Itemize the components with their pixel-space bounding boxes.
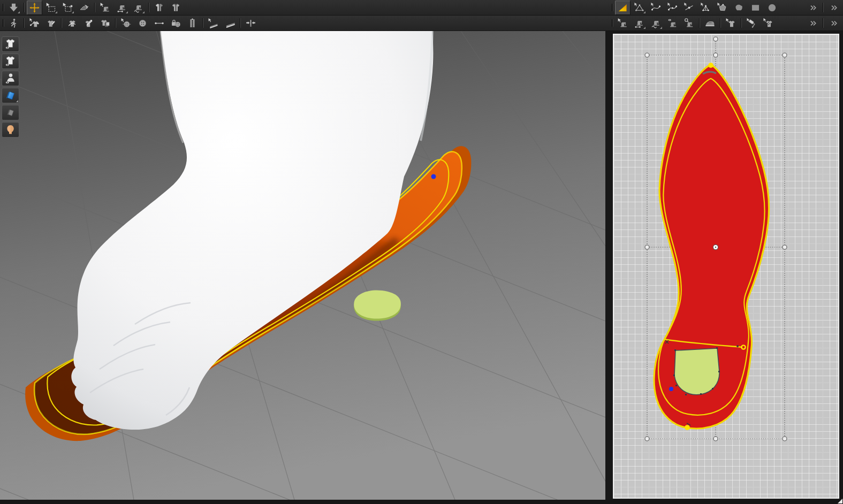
rectangle-selection-tool[interactable] [43, 1, 59, 15]
toolbar-3d-row2 [0, 16, 259, 30]
edit-dart-tool[interactable] [64, 16, 80, 30]
selected-point-top[interactable] [708, 63, 713, 68]
avatar-pose-tool[interactable] [6, 16, 21, 30]
2d-pattern-viewport[interactable] [613, 34, 839, 499]
layer-clone-tool[interactable] [97, 16, 113, 30]
toolbar-more-button[interactable] [826, 1, 841, 15]
mn-sewing-tool[interactable] [131, 1, 146, 15]
3d-viewport[interactable] [0, 31, 605, 500]
point-blue-2d[interactable] [669, 387, 673, 391]
toolbar-3d-row1 [0, 0, 184, 15]
sew-mn-icon [650, 18, 662, 29]
toolbar-grip[interactable] [611, 3, 614, 12]
circle-pattern-tool[interactable] [764, 1, 780, 15]
rectangle-pattern-tool[interactable] [748, 1, 763, 15]
toolbar-grip[interactable] [611, 18, 614, 28]
person-eye-icon [4, 72, 17, 85]
toggle-show-avatar[interactable] [2, 71, 19, 86]
select-pattern-3d-tool[interactable] [723, 16, 739, 30]
segment-sewing-tool[interactable] [97, 1, 113, 15]
rotate-handle[interactable] [713, 37, 718, 41]
print-layout-tool[interactable] [761, 16, 776, 30]
garment-pen-icon [45, 18, 57, 29]
shirt-eye-icon [4, 55, 17, 67]
chevrons-icon [807, 2, 818, 13]
trace-pattern-tool[interactable] [715, 1, 730, 15]
edit-pattern-tool[interactable] [632, 1, 647, 15]
zipper-tool[interactable] [185, 16, 200, 30]
edit-sewing-pattern-tool[interactable] [43, 16, 59, 30]
selected-point-bottom[interactable] [685, 425, 690, 430]
bbox-handle[interactable] [713, 437, 718, 441]
inspect-sewing-button[interactable] [681, 16, 697, 30]
garment-layers-icon [100, 18, 111, 29]
edit-curvature-tool[interactable] [648, 1, 664, 15]
select-move-tool[interactable] [27, 1, 42, 15]
bbox-handle[interactable] [783, 437, 787, 441]
heel-pad-pattern[interactable] [673, 347, 720, 395]
add-button-tool[interactable] [135, 16, 150, 30]
free-sewing-tool-2d[interactable] [632, 16, 647, 30]
toolbar-2d-row1 [610, 0, 843, 15]
toggle-show-garment[interactable] [2, 36, 19, 52]
fold-arrangement-button[interactable] [151, 1, 167, 15]
lock-button-icon [170, 18, 181, 29]
toggle-textured-surface[interactable] [2, 88, 19, 103]
bbox-handle[interactable] [645, 437, 649, 441]
toggle-show-garment-detail[interactable] [2, 54, 19, 69]
toolbar-overflow-button[interactable] [805, 1, 821, 15]
add-point-tool[interactable] [681, 1, 697, 15]
head-icon [4, 124, 17, 136]
toolbar-divider [22, 17, 26, 29]
add-buttonhole-tool[interactable] [151, 16, 167, 30]
bbox-handle[interactable] [783, 245, 787, 249]
fasten-buttons-tool[interactable] [168, 16, 184, 30]
show-sewing-button[interactable] [665, 16, 680, 30]
add-dart-tool[interactable] [698, 1, 713, 15]
selection-point-blue-3d[interactable] [431, 174, 436, 179]
lasso-selection-tool[interactable] [60, 1, 75, 15]
steam-iron-tool[interactable] [702, 16, 718, 30]
move-icon [29, 2, 40, 13]
transform-pattern-tool[interactable] [615, 1, 631, 15]
window-bottom-strip [0, 500, 843, 504]
toolbar-grip[interactable] [2, 3, 5, 12]
segment-sewing-tool-2d[interactable] [615, 16, 631, 30]
zipper-icon [187, 18, 198, 29]
toolbar-overflow-button-2[interactable] [805, 16, 821, 30]
transform-tri-icon [617, 2, 628, 13]
select-mesh-box-tool[interactable] [77, 1, 92, 15]
bbox-handle[interactable] [645, 53, 649, 57]
resize-grip[interactable] [838, 499, 842, 503]
notch-dot [736, 345, 739, 347]
pin-tool[interactable] [81, 16, 96, 30]
select-fold-tool[interactable] [206, 16, 221, 30]
toolbar-more-button-2[interactable] [826, 16, 841, 30]
edit-pattern-icon [634, 2, 645, 13]
chevrons-icon [828, 2, 839, 13]
box-view-icon [79, 2, 90, 13]
measurement-button[interactable] [168, 1, 184, 15]
polygon-pattern-tool[interactable] [731, 1, 747, 15]
toggle-show-head[interactable] [2, 122, 19, 138]
bbox-handle[interactable] [713, 53, 718, 57]
select-button-tool[interactable] [118, 16, 134, 30]
toolbar-grip[interactable] [2, 18, 5, 28]
toggle-plain-surface[interactable] [2, 105, 19, 120]
free-sewing-tool[interactable] [114, 1, 130, 15]
toolbar-divider [739, 17, 743, 29]
tack-on-avatar-tool[interactable] [243, 16, 259, 30]
edit-sewing-tool[interactable] [27, 16, 42, 30]
edit-curve-point-tool[interactable] [665, 1, 680, 15]
texture-editor-tool[interactable] [744, 16, 760, 30]
toolbar-row-2 [0, 16, 843, 31]
mn-sewing-tool-2d[interactable] [648, 16, 664, 30]
simulate-button[interactable] [6, 1, 21, 15]
shirt-half-icon [154, 2, 165, 13]
bbox-handle[interactable] [783, 53, 787, 57]
fold-plane-tool[interactable] [222, 16, 238, 30]
garment-curve-icon [29, 18, 40, 29]
toolbar-divider [821, 17, 825, 29]
heel-pad-patch-3d[interactable] [354, 290, 401, 320]
bbox-handle[interactable] [645, 245, 649, 249]
